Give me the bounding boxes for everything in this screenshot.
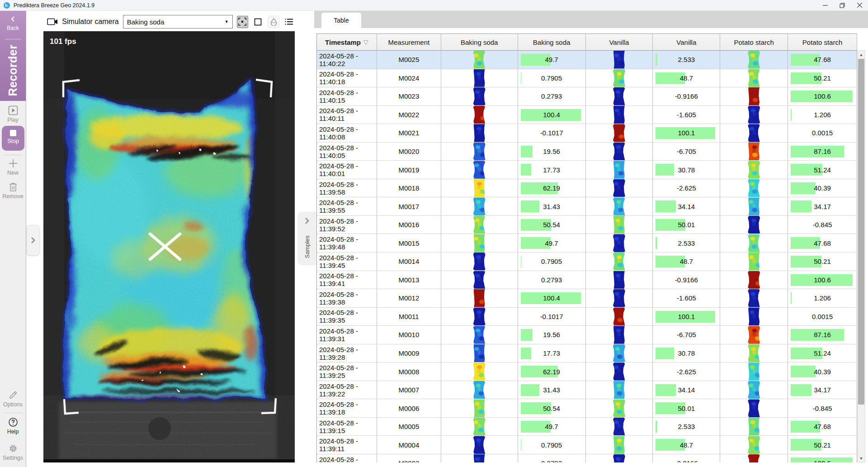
- table-row[interactable]: 2024-05-28 - 11:40:08M0021-0.1017100.10.…: [317, 124, 857, 143]
- sample-thumbnail: [613, 234, 625, 252]
- timestamp-cell: 2024-05-28 - 11:39:48: [317, 234, 377, 253]
- column-header-timestamp[interactable]: Timestamp▽: [317, 34, 377, 51]
- vanilla-value-cell: 30.78: [653, 161, 720, 179]
- baking-soda-value-cell: 19.56: [518, 326, 586, 344]
- table-row[interactable]: 2024-05-28 - 11:39:25M000862.19-2.62540.…: [317, 362, 857, 381]
- table-row[interactable]: 2024-05-28 - 11:39:15M000549.72.53347.68: [317, 418, 857, 436]
- camera-view[interactable]: 101 fps: [43, 31, 295, 462]
- vanilla-value-cell: -2.625: [653, 179, 720, 198]
- list-view-button[interactable]: [283, 16, 295, 28]
- list-icon: [285, 18, 293, 25]
- potato-starch-image-cell: [720, 326, 788, 344]
- play-button[interactable]: Play: [0, 105, 26, 123]
- sample-thumbnail: [748, 106, 760, 124]
- tab-table[interactable]: Table: [321, 13, 361, 28]
- scroll-down-button[interactable]: ▼: [858, 454, 865, 462]
- timestamp-cell: 2024-05-28 - 11:39:25: [317, 362, 377, 381]
- value-label: -1.605: [653, 289, 720, 307]
- measurement-id-cell: M0022: [377, 106, 441, 124]
- value-label: 50.54: [518, 216, 585, 234]
- potato-starch-image-cell: [720, 271, 788, 290]
- table-row[interactable]: 2024-05-28 - 11:39:28M000917.7330.7851.2…: [317, 344, 857, 363]
- minimize-button[interactable]: [816, 0, 834, 11]
- colormap-button[interactable]: [268, 16, 279, 28]
- value-label: 1.206: [788, 106, 857, 124]
- baking-soda-value-cell: 0.7905: [518, 69, 586, 88]
- baking-soda-value-cell: 49.7: [518, 51, 586, 69]
- table-row[interactable]: 2024-05-28 - 11:39:31M001019.56-6.70587.…: [317, 326, 857, 344]
- baking-soda-value-cell: -0.1017: [518, 308, 586, 326]
- sample-thumbnail: [748, 326, 760, 344]
- value-label: 100.4: [518, 106, 585, 124]
- baking-soda-value-cell: 100.4: [518, 106, 586, 124]
- table-row[interactable]: 2024-05-28 - 11:39:55M001731.4334.1434.1…: [317, 197, 857, 216]
- new-button[interactable]: New: [0, 158, 26, 176]
- measurement-id-cell: M0003: [377, 454, 441, 462]
- tab-strip: Table: [314, 11, 868, 28]
- remove-button[interactable]: Remove: [0, 182, 26, 200]
- table-row[interactable]: 2024-05-28 - 11:39:58M001862.19-2.62540.…: [317, 179, 857, 198]
- sample-thumbnail: [473, 271, 486, 289]
- sample-thumbnail: [613, 289, 625, 307]
- measurement-id-cell: M0008: [377, 362, 441, 381]
- table-row[interactable]: 2024-05-28 - 11:39:45M00140.790548.750.2…: [317, 253, 857, 271]
- value-label: 49.7: [518, 418, 585, 436]
- timestamp-cell: 2024-05-28 - 11:39:18: [317, 399, 377, 418]
- sample-thumbnail: [473, 289, 486, 307]
- value-label: 50.54: [518, 399, 585, 417]
- close-button[interactable]: [851, 0, 868, 11]
- timestamp-cell: 2024-05-28 - 11:39:15: [317, 418, 377, 436]
- table-row[interactable]: 2024-05-28 - 11:39:35M0011-0.1017100.10.…: [317, 308, 857, 326]
- column-header-potato-starch[interactable]: Potato starch: [788, 34, 857, 51]
- sample-thumbnail: [473, 124, 486, 142]
- table-row[interactable]: 2024-05-28 - 11:39:18M000650.5450.01-0.8…: [317, 399, 857, 418]
- vanilla-value-cell: 50.01: [653, 399, 720, 418]
- autofocus-button[interactable]: [237, 16, 248, 28]
- options-button[interactable]: Options: [0, 390, 26, 408]
- column-header-baking-soda[interactable]: Baking soda: [441, 34, 518, 51]
- measurement-id-cell: M0005: [377, 418, 441, 436]
- camera-profile-select[interactable]: Baking soda ▼: [123, 15, 233, 29]
- table-row[interactable]: 2024-05-28 - 11:40:11M0022100.4-1.6051.2…: [317, 106, 857, 124]
- table-row[interactable]: 2024-05-28 - 11:39:08M00030.2793-0.91661…: [317, 454, 857, 462]
- column-header-vanilla[interactable]: Vanilla: [653, 34, 720, 51]
- table-row[interactable]: 2024-05-28 - 11:39:41M00130.2793-0.91661…: [317, 271, 857, 290]
- column-header-potato-starch[interactable]: Potato starch: [720, 34, 788, 51]
- vanilla-value-cell: 48.7: [653, 253, 720, 271]
- table-row[interactable]: 2024-05-28 - 11:40:22M002549.72.53347.68: [317, 51, 857, 69]
- help-button[interactable]: Help: [0, 417, 26, 435]
- value-label: 50.01: [653, 399, 720, 417]
- table-row[interactable]: 2024-05-28 - 11:40:01M001917.7330.7851.2…: [317, 161, 857, 179]
- sidebar-expand-handle[interactable]: [26, 225, 40, 256]
- table-row[interactable]: 2024-05-28 - 11:39:22M000731.4334.1434.1…: [317, 381, 857, 400]
- region-button[interactable]: [252, 16, 264, 28]
- scrollbar-thumb[interactable]: [858, 59, 864, 405]
- value-label: 0.2793: [518, 454, 585, 462]
- camera-toolbar: Simulator camera Baking soda ▼: [43, 12, 295, 31]
- table-row[interactable]: 2024-05-28 - 11:40:18M00240.790548.750.2…: [317, 69, 857, 88]
- measurement-id-cell: M0007: [377, 381, 441, 400]
- value-label: 40.39: [788, 179, 857, 197]
- table-row[interactable]: 2024-05-28 - 11:39:11M00040.790548.750.2…: [317, 436, 857, 454]
- table-row[interactable]: 2024-05-28 - 11:39:48M001549.72.53347.68: [317, 234, 857, 253]
- scroll-up-button[interactable]: ▲: [858, 51, 865, 58]
- timestamp-cell: 2024-05-28 - 11:40:05: [317, 143, 377, 161]
- vanilla-image-cell: [586, 436, 653, 454]
- samples-panel-handle[interactable]: Samples: [297, 212, 316, 265]
- table-row[interactable]: 2024-05-28 - 11:39:52M001650.5450.01-0.8…: [317, 216, 857, 234]
- column-header-measurement[interactable]: Measurement: [377, 34, 441, 51]
- vertical-scrollbar[interactable]: ▲ ▼: [857, 50, 865, 462]
- column-header-baking-soda[interactable]: Baking soda: [518, 34, 586, 51]
- potato-starch-value-cell: -0.845: [788, 399, 857, 418]
- settings-button[interactable]: Settings: [0, 443, 26, 461]
- back-button[interactable]: Back: [0, 15, 26, 31]
- table-row[interactable]: 2024-05-28 - 11:40:05M002019.56-6.70587.…: [317, 143, 857, 161]
- potato-starch-value-cell: 1.206: [788, 289, 857, 308]
- stop-button[interactable]: Stop: [2, 126, 24, 151]
- column-header-vanilla[interactable]: Vanilla: [586, 34, 653, 51]
- table-row[interactable]: 2024-05-28 - 11:39:38M0012100.4-1.6051.2…: [317, 289, 857, 308]
- value-label: 0.7905: [518, 69, 585, 87]
- potato-starch-value-cell: 87.16: [788, 143, 857, 161]
- table-row[interactable]: 2024-05-28 - 11:40:15M00230.2793-0.91661…: [317, 87, 857, 106]
- restore-button[interactable]: [834, 0, 851, 11]
